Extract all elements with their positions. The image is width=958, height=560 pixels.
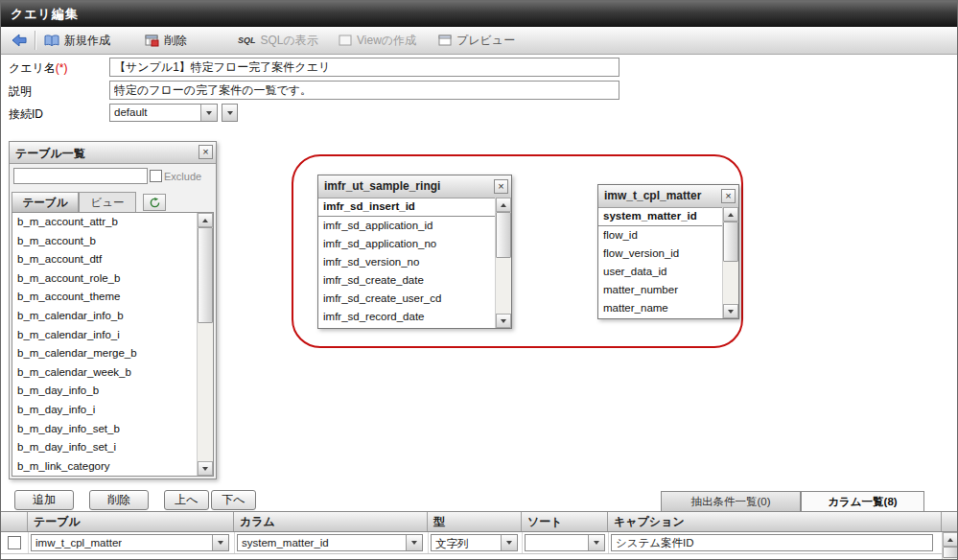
create-view-button[interactable]: Viewの作成 xyxy=(336,31,419,50)
window2-header[interactable]: imw_t_cpl_matter × xyxy=(598,185,738,208)
column-item[interactable]: matter_name xyxy=(598,299,722,317)
column-item[interactable]: imfr_sd_application_no xyxy=(318,235,495,253)
table-list-item[interactable]: b_m_account_b xyxy=(12,232,197,251)
tab-views[interactable]: ビュー xyxy=(79,192,136,212)
table-list-panel: テーブル一覧 × Exclude テーブル ビュー b_m_account_at… xyxy=(9,141,217,479)
table-list-item[interactable]: b_m_calendar_week_b xyxy=(12,363,197,383)
column-item[interactable]: imfr_sd_record_date xyxy=(318,308,495,326)
connection-id-extra-dropdown[interactable] xyxy=(222,104,238,122)
table-list-item[interactable]: b_m_day_info_b xyxy=(12,382,197,401)
column-item[interactable]: system_matter_id xyxy=(598,207,722,226)
column-item[interactable]: matter_number xyxy=(598,281,722,299)
scroll-up-button[interactable] xyxy=(943,532,958,547)
column-item[interactable]: imfr_sd_create_date xyxy=(318,271,495,290)
show-sql-button[interactable]: SQL SQLの表示 xyxy=(235,31,321,50)
tab-tables[interactable]: テーブル xyxy=(12,192,79,212)
arrow-up-icon xyxy=(947,538,953,542)
scroll-track[interactable] xyxy=(723,222,738,304)
grid-scrollbar[interactable] xyxy=(942,532,958,560)
row-caption-input[interactable] xyxy=(611,534,933,551)
query-name-input[interactable] xyxy=(109,58,619,77)
row-column-combobox[interactable]: system_matter_id xyxy=(237,534,423,551)
arrow-down-icon xyxy=(501,319,506,323)
window2-scrollbar[interactable] xyxy=(722,207,738,318)
window1-close-button[interactable]: × xyxy=(494,179,508,194)
scroll-thumb[interactable] xyxy=(723,222,738,262)
move-down-button[interactable]: 下へ xyxy=(211,490,256,510)
chevron-down-icon xyxy=(594,541,599,545)
row-checkbox[interactable] xyxy=(8,536,21,549)
preview-icon xyxy=(438,35,452,46)
row-column-dropdown-button[interactable] xyxy=(406,535,422,550)
table-list-item[interactable]: b_m_link_category xyxy=(12,457,197,476)
scroll-down-button[interactable] xyxy=(723,304,738,318)
table-list-item[interactable]: b_m_account_attr_b xyxy=(12,213,197,232)
scroll-down-button[interactable] xyxy=(198,461,213,476)
column-item[interactable]: imfr_sd_version_no xyxy=(318,253,495,271)
table-list-item[interactable]: b_m_account_theme xyxy=(12,288,197,307)
column-grid-row: imw_t_cpl_matter system_matter_id 文字列 xyxy=(1,532,942,554)
column-item[interactable]: imfr_sd_insert_id xyxy=(318,198,495,217)
row-type-dropdown-button[interactable] xyxy=(501,535,517,550)
scroll-thumb[interactable] xyxy=(943,547,958,558)
column-item[interactable]: flow_version_id xyxy=(598,245,722,263)
scroll-up-button[interactable] xyxy=(198,213,213,227)
connection-id-dropdown-button[interactable] xyxy=(200,105,217,121)
scroll-track[interactable] xyxy=(198,227,213,461)
window1-scrollbar[interactable] xyxy=(495,198,511,328)
tab-column-list[interactable]: カラム一覧(8) xyxy=(801,491,924,511)
column-item[interactable]: user_data_id xyxy=(598,263,722,281)
row-sort-dropdown-button[interactable] xyxy=(588,535,604,550)
scroll-track[interactable] xyxy=(943,547,958,560)
scroll-track[interactable] xyxy=(496,212,511,314)
window2-close-button[interactable]: × xyxy=(721,189,736,203)
move-up-button[interactable]: 上へ xyxy=(164,490,209,510)
table-list-item[interactable]: b_m_day_info_set_b xyxy=(12,420,197,439)
table-list: b_m_account_attr_b b_m_account_b b_m_acc… xyxy=(12,212,214,477)
table-search-input[interactable] xyxy=(13,168,148,184)
scroll-up-button[interactable] xyxy=(723,207,738,222)
table-list-item[interactable]: b_m_day_info_set_i xyxy=(12,438,197,457)
scroll-thumb[interactable] xyxy=(496,212,511,258)
preview-button[interactable]: プレビュー xyxy=(435,31,518,50)
exclude-label: Exclude xyxy=(164,171,201,182)
scroll-down-button[interactable] xyxy=(496,314,511,328)
description-input[interactable] xyxy=(109,81,619,100)
table-list-item[interactable]: b_m_calendar_info_b xyxy=(12,307,197,326)
table-list-item[interactable]: b_m_calendar_info_i xyxy=(12,326,197,345)
add-button[interactable]: 追加 xyxy=(14,490,74,510)
window1-title: imfr_ut_sample_ringi xyxy=(324,179,440,193)
chevron-down-icon xyxy=(227,111,233,115)
header-sort: ソート xyxy=(522,512,608,531)
table-list-item[interactable]: b_m_account_role_b xyxy=(12,269,197,289)
refresh-button[interactable] xyxy=(143,194,166,211)
column-divider xyxy=(234,532,235,553)
delete-button[interactable]: 削除 xyxy=(142,31,190,50)
table-list-close-button[interactable]: × xyxy=(199,145,213,159)
column-item[interactable]: flow_id xyxy=(598,226,722,245)
connection-id-combobox[interactable]: default xyxy=(109,104,218,122)
window1-header[interactable]: imfr_ut_sample_ringi × xyxy=(318,175,511,198)
new-button[interactable]: 新規作成 xyxy=(41,31,113,50)
table-list-item[interactable]: b_m_account_dtf xyxy=(12,250,197,269)
row-table-dropdown-button[interactable] xyxy=(212,535,228,550)
back-button[interactable] xyxy=(9,31,32,50)
tab-extraction-conditions[interactable]: 抽出条件一覧(0) xyxy=(661,491,801,511)
header-select-column xyxy=(1,512,28,531)
query-name-label: クエリ名(*) xyxy=(9,60,68,77)
chevron-down-icon xyxy=(218,541,223,545)
scroll-thumb[interactable] xyxy=(198,227,213,323)
row-sort-combobox[interactable] xyxy=(525,534,605,551)
delete-row-button[interactable]: 削除 xyxy=(89,490,149,510)
row-type-combobox[interactable]: 文字列 xyxy=(431,534,518,551)
table-window-imw-t-cpl-matter: imw_t_cpl_matter × system_matter_id flow… xyxy=(597,184,739,319)
column-item[interactable]: imfr_sd_create_user_cd xyxy=(318,290,495,308)
table-list-item[interactable]: b_m_calendar_merge_b xyxy=(12,344,197,363)
scroll-up-button[interactable] xyxy=(496,198,511,212)
exclude-checkbox[interactable] xyxy=(150,170,162,182)
table-list-item[interactable]: b_m_day_info_i xyxy=(12,401,197,420)
table-list-panel-header[interactable]: テーブル一覧 × xyxy=(10,142,216,164)
column-item[interactable]: imfr_sd_application_id xyxy=(318,217,495,235)
row-table-combobox[interactable]: imw_t_cpl_matter xyxy=(31,534,229,551)
table-list-scrollbar[interactable] xyxy=(197,213,213,476)
